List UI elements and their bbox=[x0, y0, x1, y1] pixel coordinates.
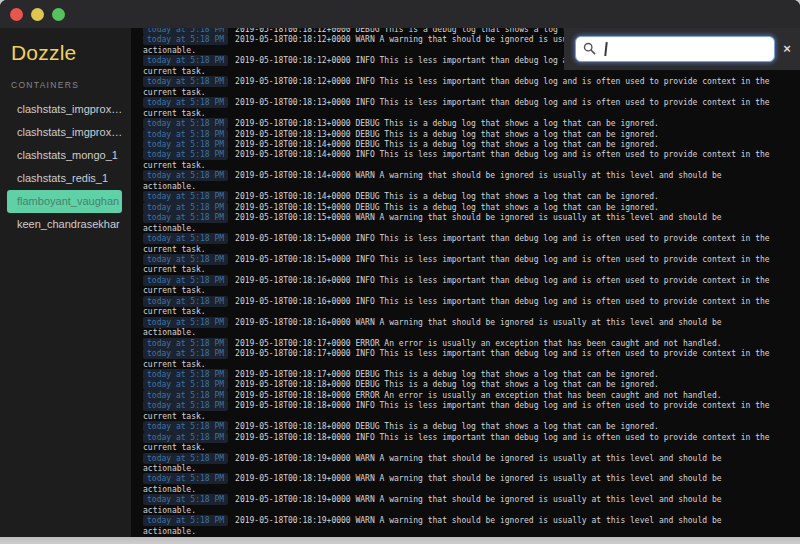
log-entry: today at 5:18 PM2019-05-18T00:18:18+0000… bbox=[143, 401, 770, 422]
log-time-badge: today at 5:18 PM bbox=[143, 202, 228, 213]
log-time-badge: today at 5:18 PM bbox=[143, 453, 228, 464]
sidebar-item[interactable]: clashstats_mongo_1 bbox=[7, 144, 122, 167]
sidebar-item-label: clashstats_imgprox… bbox=[17, 103, 122, 115]
log-time-badge: today at 5:18 PM bbox=[143, 421, 228, 432]
log-message: 2019-05-18T00:18:15+0000 INFO This is le… bbox=[143, 234, 770, 253]
log-time-badge: today at 5:18 PM bbox=[143, 317, 228, 328]
log-entry: today at 5:18 PM2019-05-18T00:18:13+0000… bbox=[143, 130, 770, 140]
log-message: 2019-05-18T00:18:18+0000 INFO This is le… bbox=[143, 401, 770, 420]
log-time-badge: today at 5:18 PM bbox=[143, 233, 228, 244]
container-list: clashstats_imgprox…clashstats_imgprox…cl… bbox=[0, 98, 131, 236]
log-pane[interactable]: today at 5:18 PM2019-05-18T00:18:12+0000… bbox=[131, 28, 800, 537]
log-message: 2019-05-18T00:18:19+0000 WARN A warning … bbox=[143, 474, 722, 493]
sidebar-item-label: keen_chandrasekhar bbox=[17, 218, 120, 230]
log-entry: today at 5:18 PM2019-05-18T00:18:17+0000… bbox=[143, 339, 770, 349]
log-entry: today at 5:18 PM2019-05-18T00:18:17+0000… bbox=[143, 370, 770, 380]
log-time-badge: today at 5:18 PM bbox=[143, 191, 228, 202]
sidebar-item-label: clashstats_imgprox… bbox=[17, 126, 122, 138]
search-box bbox=[575, 36, 775, 62]
log-entry: today at 5:18 PM2019-05-18T00:18:19+0000… bbox=[143, 454, 770, 475]
log-message: 2019-05-18T00:18:17+0000 DEBUG This is a… bbox=[235, 370, 659, 379]
log-entry: today at 5:18 PM2019-05-18T00:18:15+0000… bbox=[143, 255, 770, 276]
log-time-badge: today at 5:18 PM bbox=[143, 149, 228, 160]
sidebar-item[interactable]: clashstats_redis_1 bbox=[7, 167, 122, 190]
log-entry: today at 5:18 PM2019-05-18T00:18:19+0000… bbox=[143, 516, 770, 537]
log-time-badge: today at 5:18 PM bbox=[143, 379, 228, 390]
log-time-badge: today at 5:18 PM bbox=[143, 432, 228, 443]
log-message: 2019-05-18T00:18:14+0000 INFO This is le… bbox=[143, 150, 770, 169]
log-time-badge: today at 5:18 PM bbox=[143, 348, 228, 359]
log-message: 2019-05-18T00:18:18+0000 INFO This is le… bbox=[143, 433, 770, 452]
close-search-button[interactable]: × bbox=[778, 40, 796, 58]
log-message: 2019-05-18T00:18:18+0000 DEBUG This is a… bbox=[235, 380, 659, 389]
log-message: 2019-05-18T00:18:18+0000 ERROR An error … bbox=[235, 391, 721, 400]
containers-section-label: CONTAINERS bbox=[11, 80, 131, 90]
search-overlay: × bbox=[564, 28, 800, 70]
log-time-badge: today at 5:18 PM bbox=[143, 170, 228, 181]
log-message: 2019-05-18T00:18:14+0000 DEBUG This is a… bbox=[235, 192, 659, 201]
log-message: 2019-05-18T00:18:14+0000 DEBUG This is a… bbox=[235, 140, 659, 149]
log-message: 2019-05-18T00:18:19+0000 WARN A warning … bbox=[143, 454, 722, 473]
sidebar-item-label: clashstats_redis_1 bbox=[17, 172, 108, 184]
search-icon bbox=[583, 42, 596, 55]
log-entry: today at 5:18 PM2019-05-18T00:18:14+0000… bbox=[143, 192, 770, 202]
log-message: 2019-05-18T00:18:17+0000 ERROR An error … bbox=[235, 339, 721, 348]
log-entry: today at 5:18 PM2019-05-18T00:18:13+0000… bbox=[143, 98, 770, 119]
log-time-badge: today at 5:18 PM bbox=[143, 76, 228, 87]
log-entry: today at 5:18 PM2019-05-18T00:18:17+0000… bbox=[143, 349, 770, 370]
log-message: 2019-05-18T00:18:16+0000 INFO This is le… bbox=[143, 276, 770, 295]
minimize-window-button[interactable] bbox=[31, 8, 44, 21]
log-time-badge: today at 5:18 PM bbox=[143, 55, 228, 66]
log-entry: today at 5:18 PM2019-05-18T00:18:13+0000… bbox=[143, 119, 770, 129]
log-time-badge: today at 5:18 PM bbox=[143, 296, 228, 307]
log-time-badge: today at 5:18 PM bbox=[143, 275, 228, 286]
log-message: 2019-05-18T00:18:15+0000 WARN A warning … bbox=[143, 213, 722, 232]
sidebar: Dozzle CONTAINERS clashstats_imgprox…cla… bbox=[0, 28, 131, 537]
zoom-window-button[interactable] bbox=[52, 8, 65, 21]
sidebar-item[interactable]: keen_chandrasekhar bbox=[7, 213, 122, 236]
log-entry: today at 5:18 PM2019-05-18T00:18:16+0000… bbox=[143, 276, 770, 297]
log-entry: today at 5:18 PM2019-05-18T00:18:15+0000… bbox=[143, 234, 770, 255]
log-time-badge: today at 5:18 PM bbox=[143, 97, 228, 108]
log-message: 2019-05-18T00:18:16+0000 WARN A warning … bbox=[143, 318, 722, 337]
log-content: today at 5:18 PM2019-05-18T00:18:12+0000… bbox=[131, 28, 800, 537]
log-message: 2019-05-18T00:18:13+0000 INFO This is le… bbox=[143, 98, 770, 117]
sidebar-item[interactable]: clashstats_imgprox… bbox=[7, 121, 122, 144]
log-time-badge: today at 5:18 PM bbox=[143, 254, 228, 265]
log-time-badge: today at 5:18 PM bbox=[143, 139, 228, 150]
log-message: 2019-05-18T00:18:13+0000 DEBUG This is a… bbox=[235, 130, 659, 139]
log-time-badge: today at 5:18 PM bbox=[143, 338, 228, 349]
log-entry: today at 5:18 PM2019-05-18T00:18:14+0000… bbox=[143, 150, 770, 171]
log-message: 2019-05-18T00:18:19+0000 WARN A warning … bbox=[143, 495, 722, 514]
log-message: 2019-05-18T00:18:19+0000 WARN A warning … bbox=[143, 516, 722, 535]
desktop-background bbox=[0, 537, 800, 544]
log-entry: today at 5:18 PM2019-05-18T00:18:15+0000… bbox=[143, 203, 770, 213]
log-entry: today at 5:18 PM2019-05-18T00:18:14+0000… bbox=[143, 171, 770, 192]
app-title[interactable]: Dozzle bbox=[11, 41, 131, 65]
log-entry: today at 5:18 PM2019-05-18T00:18:16+0000… bbox=[143, 318, 770, 339]
log-time-badge: today at 5:18 PM bbox=[143, 369, 228, 380]
sidebar-item-label: clashstats_mongo_1 bbox=[17, 149, 118, 161]
log-time-badge: today at 5:18 PM bbox=[143, 494, 228, 505]
window-titlebar bbox=[0, 0, 800, 28]
log-entry: today at 5:18 PM2019-05-18T00:18:12+0000… bbox=[143, 77, 770, 98]
sidebar-item[interactable]: flamboyant_vaughan bbox=[7, 190, 122, 213]
log-message: 2019-05-18T00:18:15+0000 INFO This is le… bbox=[143, 255, 770, 274]
log-message: 2019-05-18T00:18:17+0000 INFO This is le… bbox=[143, 349, 770, 368]
sidebar-item[interactable]: clashstats_imgprox… bbox=[7, 98, 122, 121]
log-time-badge: today at 5:18 PM bbox=[143, 212, 228, 223]
close-window-button[interactable] bbox=[10, 8, 23, 21]
log-entry: today at 5:18 PM2019-05-18T00:18:15+0000… bbox=[143, 213, 770, 234]
log-time-badge: today at 5:18 PM bbox=[143, 390, 228, 401]
log-entry: today at 5:18 PM2019-05-18T00:18:18+0000… bbox=[143, 433, 770, 454]
log-entry: today at 5:18 PM2019-05-18T00:18:18+0000… bbox=[143, 422, 770, 432]
log-entry: today at 5:18 PM2019-05-18T00:18:19+0000… bbox=[143, 474, 770, 495]
log-entry: today at 5:18 PM2019-05-18T00:18:16+0000… bbox=[143, 297, 770, 318]
log-entry: today at 5:18 PM2019-05-18T00:18:19+0000… bbox=[143, 495, 770, 516]
log-message: 2019-05-18T00:18:14+0000 WARN A warning … bbox=[143, 171, 722, 190]
log-time-badge: today at 5:18 PM bbox=[143, 129, 228, 140]
log-time-badge: today at 5:18 PM bbox=[143, 34, 228, 45]
log-message: 2019-05-18T00:18:18+0000 DEBUG This is a… bbox=[235, 422, 659, 431]
log-entry: today at 5:18 PM2019-05-18T00:18:14+0000… bbox=[143, 140, 770, 150]
log-entry: today at 5:18 PM2019-05-18T00:18:18+0000… bbox=[143, 380, 770, 390]
